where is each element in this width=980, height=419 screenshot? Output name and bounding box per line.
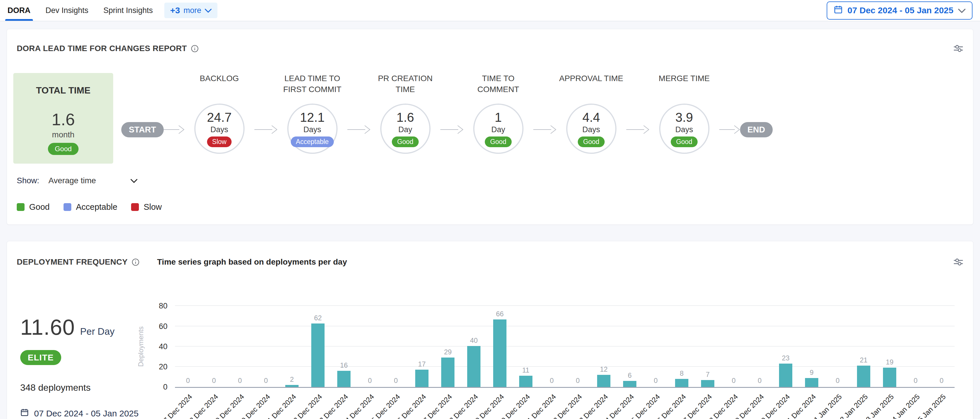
bar[interactable] <box>467 346 480 387</box>
bar-slot: 0 <box>253 376 279 387</box>
bar-value-label: 0 <box>238 376 242 385</box>
stage-value: 4.4 <box>582 110 600 125</box>
legend-swatch <box>131 203 139 211</box>
bar-slot: 7 <box>695 370 721 387</box>
stage-unit: Days <box>582 125 600 134</box>
bar-slot: 0 <box>747 376 773 387</box>
bar[interactable] <box>311 324 325 387</box>
show-metric-value: Average time <box>49 176 96 185</box>
bar-slot: 0 <box>357 376 383 387</box>
stage-circle: 1.6DayGood <box>380 103 431 154</box>
stage-name: APPROVAL TIME <box>559 73 624 103</box>
x-axis-label: 07 Dec 2024 <box>159 392 194 419</box>
bar-slot: 40 <box>461 336 487 387</box>
bar[interactable] <box>701 380 714 387</box>
bar-slot: 0 <box>721 376 747 387</box>
bar-value-label: 0 <box>836 376 839 385</box>
bar-slot: 62 <box>305 314 331 387</box>
info-icon[interactable] <box>191 45 199 52</box>
flow-end-pill: END <box>740 122 773 137</box>
bar-value-label: 11 <box>522 366 530 374</box>
legend-swatch <box>17 203 25 211</box>
bar-value-label: 0 <box>654 376 657 385</box>
y-axis-label: Deployments <box>137 326 145 367</box>
chart-settings-icon[interactable] <box>953 44 963 53</box>
bar[interactable] <box>805 378 818 387</box>
bar-value-label: 21 <box>860 356 868 364</box>
legend-item-good: Good <box>17 202 50 212</box>
stage-value: 1.6 <box>396 110 414 125</box>
bar-value-label: 12 <box>600 365 608 373</box>
bar-slot: 19 <box>877 358 903 387</box>
bar[interactable] <box>519 376 533 387</box>
show-selector-row: Show: Average time <box>7 163 973 186</box>
bar-slot: 0 <box>825 376 851 387</box>
bar-value-label: 9 <box>810 368 813 376</box>
bar-slot: 0 <box>227 376 253 387</box>
legend-label: Acceptable <box>76 202 118 212</box>
stage-value: 24.7 <box>207 110 232 125</box>
tab-sprint-insights[interactable]: Sprint Insights <box>103 0 153 21</box>
bar[interactable] <box>493 319 506 387</box>
bar[interactable] <box>597 375 610 387</box>
bar-slot: 0 <box>539 376 565 387</box>
tab-dora[interactable]: DORA <box>8 0 30 21</box>
bar-value-label: 2 <box>290 375 294 384</box>
status-legend: GoodAcceptableSlow <box>7 186 973 224</box>
bar-slot: 0 <box>929 376 955 387</box>
bar-value-label: 0 <box>550 376 554 385</box>
bar-value-label: 0 <box>186 376 190 385</box>
bar-slot: 66 <box>487 310 513 387</box>
lead-time-card-header: DORA LEAD TIME FOR CHANGES REPORT <box>7 29 973 60</box>
dashboard-main: DORA LEAD TIME FOR CHANGES REPORT TOTAL … <box>0 21 980 419</box>
bar[interactable] <box>883 368 896 387</box>
stage-status-badge: Slow <box>207 136 232 147</box>
bar-slot: 21 <box>851 356 877 387</box>
calendar-icon <box>834 5 843 16</box>
stage-unit: Days <box>304 125 321 134</box>
deployment-title-wrap: DEPLOYMENT FREQUENCY <box>17 251 147 273</box>
legend-label: Good <box>29 202 50 212</box>
bar-value-label: 19 <box>886 358 894 366</box>
y-axis-tick: 0 <box>163 382 167 392</box>
bar[interactable] <box>675 379 688 387</box>
total-time-label: TOTAL TIME <box>19 85 107 96</box>
bar-value-label: 16 <box>340 361 348 369</box>
bar-slot: 0 <box>383 376 409 387</box>
chart-title: Time series graph based on deployments p… <box>157 257 347 267</box>
deployment-rate: 11.60 Per Day <box>20 314 147 340</box>
flow-arrow-icon <box>255 123 277 136</box>
chart-settings-icon[interactable] <box>953 257 963 267</box>
report-tabs: DORADev InsightsSprint Insights <box>8 0 153 21</box>
deployment-date-range: 07 Dec 2024 - 05 Jan 2025 <box>20 408 147 419</box>
total-time-card: TOTAL TIME 1.6 month Good <box>13 73 113 163</box>
date-range-text: 07 Dec 2024 - 05 Jan 2025 <box>848 5 953 15</box>
more-tabs-button[interactable]: +3 more <box>164 3 218 18</box>
bar-chart-plot: Deployments 0204060800000262160017294066… <box>175 306 955 388</box>
bar-slot: 8 <box>669 369 695 387</box>
info-icon[interactable] <box>132 258 140 266</box>
bar[interactable] <box>857 366 870 387</box>
bar[interactable] <box>779 363 792 387</box>
deployment-body: 11.60 Per Day ELITE 348 deployments 07 D… <box>7 275 973 419</box>
date-range-picker[interactable]: 07 Dec 2024 - 05 Jan 2025 <box>827 2 972 20</box>
legend-item-acceptable: Acceptable <box>64 202 118 212</box>
tab-dev-insights[interactable]: Dev Insights <box>46 0 89 21</box>
bar[interactable] <box>623 381 636 387</box>
bar[interactable] <box>441 357 455 387</box>
flow-arrow-icon <box>626 123 649 136</box>
stage-circle: 12.1DaysAcceptable <box>287 103 337 154</box>
bar[interactable] <box>337 371 350 387</box>
deployment-frequency-card: DEPLOYMENT FREQUENCY Time series graph b… <box>6 241 974 419</box>
bar-value-label: 0 <box>368 376 372 385</box>
bar[interactable] <box>415 370 428 387</box>
more-tabs-count: +3 <box>170 5 180 15</box>
y-axis-tick: 20 <box>159 362 167 371</box>
show-metric-select[interactable]: Average time <box>47 176 139 186</box>
stage-name: TIME TO COMMENT <box>463 73 533 103</box>
flow-stage-merge-time: MERGE TIME3.9DaysGood <box>649 73 719 154</box>
stage-unit: Days <box>210 125 228 134</box>
bar-slot: 0 <box>201 376 227 387</box>
bar[interactable] <box>285 385 299 387</box>
chevron-down-icon <box>958 5 966 15</box>
